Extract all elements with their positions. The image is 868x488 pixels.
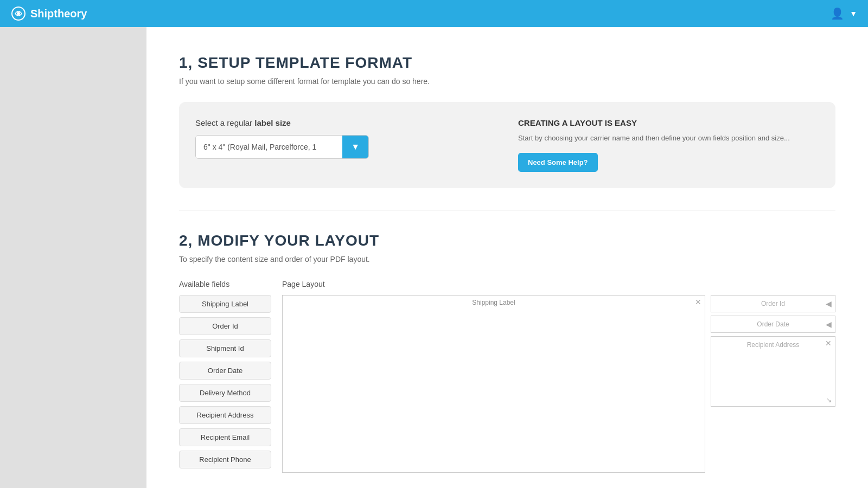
order-date-box-label: Order Date — [757, 320, 789, 328]
field-btn-order-date[interactable]: Order Date — [179, 362, 271, 380]
field-btn-recipient-email[interactable]: Recipient Email — [179, 428, 271, 446]
order-id-box-label: Order Id — [761, 300, 785, 307]
order-date-box: Order Date ◀ — [711, 316, 835, 333]
help-title: CREATING A LAYOUT IS EASY — [518, 118, 819, 127]
page-layout-wrapper: Page Layout Shipping Label ✕ Order Id — [282, 280, 835, 473]
setup-right: CREATING A LAYOUT IS EASY Start by choos… — [518, 118, 819, 172]
logo-text: Shiptheory — [30, 8, 87, 20]
page-layout-column: Page Layout Shipping Label ✕ Order Id — [282, 280, 835, 473]
section2-title: 2, MODIFY YOUR LAYOUT — [179, 232, 835, 249]
label-size-select-wrapper: ▼ — [195, 135, 369, 159]
page-layout-label: Page Layout — [282, 280, 835, 288]
section1-title: 1, SETUP TEMPLATE FORMAT — [179, 54, 835, 72]
order-id-box: Order Id ◀ — [711, 295, 835, 312]
field-btn-recipient-phone[interactable]: Recipient Phone — [179, 451, 271, 468]
header-right: 👤 ▼ — [831, 7, 857, 20]
available-fields-column: Available fields Shipping Label Order Id… — [179, 280, 271, 473]
main-content: 1, SETUP TEMPLATE FORMAT If you want to … — [146, 27, 868, 488]
setup-left: Select a regular label size ▼ — [195, 118, 496, 172]
field-btn-recipient-address[interactable]: Recipient Address — [179, 406, 271, 424]
label-size-input[interactable] — [196, 136, 342, 158]
section2: 2, MODIFY YOUR LAYOUT To specify the con… — [179, 232, 835, 473]
field-btn-delivery-method[interactable]: Delivery Method — [179, 384, 271, 402]
field-btn-shipment-id[interactable]: Shipment Id — [179, 339, 271, 357]
page-layout: 1, SETUP TEMPLATE FORMAT If you want to … — [0, 27, 868, 488]
shipping-label-close-icon[interactable]: ✕ — [695, 298, 701, 306]
need-help-button[interactable]: Need Some Help? — [518, 153, 598, 172]
recipient-address-box-label: Recipient Address — [747, 341, 800, 349]
chevron-down-icon[interactable]: ▼ — [850, 9, 857, 18]
help-text: Start by choosing your carrier name and … — [518, 133, 819, 144]
section1-subtitle: If you want to setup some different form… — [179, 77, 835, 86]
recipient-address-resize-handle[interactable]: ↘ — [826, 396, 832, 404]
recipient-address-box: Recipient Address ✕ ↘ — [711, 336, 835, 407]
label-size-label: Select a regular label size — [195, 118, 496, 127]
recipient-address-close-icon[interactable]: ✕ — [825, 339, 832, 348]
label-size-dropdown-button[interactable]: ▼ — [342, 136, 368, 158]
section-divider — [179, 210, 835, 210]
field-btn-order-id[interactable]: Order Id — [179, 317, 271, 335]
setup-card: Select a regular label size ▼ CREATING A… — [179, 102, 835, 188]
logo-icon — [11, 6, 26, 21]
layout-boxes: Shipping Label ✕ Order Id ◀ Order — [282, 295, 835, 473]
svg-point-1 — [17, 12, 20, 15]
logo: Shiptheory — [11, 6, 87, 21]
shipping-label-box-label: Shipping Label — [472, 299, 515, 306]
fields-layout: Available fields Shipping Label Order Id… — [179, 280, 835, 473]
section2-subtitle: To specify the content size and order of… — [179, 255, 835, 264]
order-id-resize-icon[interactable]: ◀ — [826, 299, 832, 308]
right-boxes: Order Id ◀ Order Date ◀ Recipient Addres… — [711, 295, 835, 473]
sidebar — [0, 27, 146, 488]
user-icon[interactable]: 👤 — [831, 7, 844, 20]
field-btn-shipping-label[interactable]: Shipping Label — [179, 295, 271, 313]
available-fields-label: Available fields — [179, 280, 271, 288]
header: Shiptheory 👤 ▼ — [0, 0, 868, 27]
order-date-resize-icon[interactable]: ◀ — [826, 320, 832, 329]
shipping-label-box: Shipping Label ✕ — [282, 295, 705, 473]
